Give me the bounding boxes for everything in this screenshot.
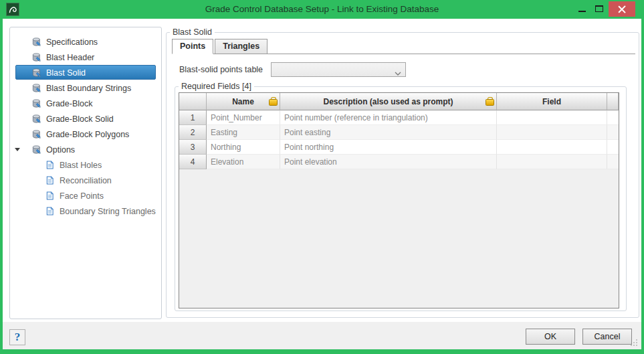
row-number-cell[interactable]: 3 [179, 140, 207, 155]
row-number-cell[interactable]: 4 [179, 155, 207, 169]
sidebar-item-label: Options [46, 145, 75, 155]
sidebar-item[interactable]: Blast Solid [10, 65, 161, 80]
document-icon [45, 206, 55, 216]
sidebar-item-label: Blast Header [46, 53, 94, 62]
tab[interactable]: Points [172, 39, 213, 54]
database-icon [31, 129, 41, 139]
chevron-down-icon [395, 68, 401, 78]
sidebar-item-label: Blast Holes [60, 161, 102, 170]
name-cell[interactable]: Point_Number [207, 110, 280, 125]
sidebar-item[interactable]: Boundary String Triangles [10, 203, 161, 219]
sidebar-item-label: Grade-Block Polygons [46, 130, 129, 139]
points-table-select[interactable] [271, 62, 406, 77]
database-icon [31, 83, 41, 93]
sidebar-item-label: Boundary String Triangles [60, 207, 156, 216]
document-icon [45, 175, 55, 185]
filler-cell [607, 140, 619, 155]
maximize-button[interactable] [591, 0, 607, 17]
sidebar-tree: Specifications [9, 27, 162, 319]
sidebar-item[interactable]: Blast Boundary Strings [10, 80, 161, 96]
database-icon [31, 68, 41, 78]
table-row: 2 Easting Point easting [179, 125, 619, 140]
tabstrip: Points Triangles [172, 39, 635, 54]
table-row: 4 Elevation Point elevation [179, 155, 619, 169]
sidebar-item[interactable]: Grade-Block Solid [10, 111, 161, 126]
points-table-label: Blast-solid points table [179, 62, 263, 77]
ok-button[interactable]: OK [526, 329, 575, 345]
titlebar[interactable]: Grade Control Database Setup - Link to E… [0, 0, 644, 19]
required-fields-group-label: Required Fields [4] [179, 82, 254, 92]
description-cell[interactable]: Point number (reference in triangulation… [280, 110, 497, 125]
blast-solid-group: Blast Solid Points Triangles Blast-solid… [166, 32, 639, 318]
tab-label: Triangles [223, 41, 259, 51]
column-header[interactable]: Description (also used as prompt) [280, 93, 497, 110]
column-header[interactable] [179, 93, 207, 110]
sidebar-item-label: Grade-Block [46, 99, 92, 108]
field-cell[interactable] [497, 140, 607, 155]
dialog-content: Specifications [3, 19, 641, 349]
sidebar-item[interactable]: Grade-Block [10, 96, 161, 111]
window-title: Grade Control Database Setup - Link to E… [0, 0, 644, 19]
column-header[interactable]: Name [207, 93, 280, 110]
column-header-label: Description (also used as prompt) [323, 97, 453, 106]
name-cell[interactable]: Easting [207, 125, 280, 140]
row-number-cell[interactable]: 1 [179, 110, 207, 125]
sidebar-item[interactable]: Blast Holes [10, 157, 161, 173]
required-fields-group: Required Fields [4] Name [175, 86, 627, 311]
footer-bar: ? OK Cancel [3, 322, 641, 349]
sidebar-item[interactable]: Reconciliation [10, 173, 161, 188]
sidebar-item-label: Blast Boundary Strings [46, 84, 131, 93]
dialog-window: Grade Control Database Setup - Link to E… [0, 0, 644, 354]
filler-cell [607, 155, 619, 169]
lock-icon [486, 97, 493, 106]
close-button[interactable] [609, 1, 635, 17]
sidebar-item-label: Reconciliation [60, 176, 112, 185]
description-cell[interactable]: Point elevation [280, 155, 497, 169]
name-cell[interactable]: Elevation [207, 155, 280, 169]
tab-label: Points [180, 41, 205, 51]
sidebar-item[interactable]: Grade-Block Polygons [10, 126, 161, 142]
database-icon [31, 114, 41, 124]
column-header[interactable]: Field [497, 93, 607, 110]
table-header-row: Name Description (also used as prompt) F… [179, 93, 619, 110]
lock-icon [269, 97, 276, 106]
field-cell[interactable] [497, 155, 607, 169]
field-cell[interactable] [497, 110, 607, 125]
document-icon [45, 160, 55, 170]
name-cell[interactable]: Northing [207, 140, 280, 155]
column-header[interactable] [607, 93, 619, 110]
table-row: 3 Northing Point northing [179, 140, 619, 155]
row-number-cell[interactable]: 2 [179, 125, 207, 140]
blast-solid-group-label: Blast Solid [170, 27, 215, 37]
sidebar-item-label: Face Points [60, 191, 104, 201]
filler-cell [607, 110, 619, 125]
database-icon [31, 98, 41, 108]
help-button[interactable]: ? [9, 329, 25, 345]
resize-grip[interactable] [629, 337, 637, 346]
document-icon [45, 191, 55, 201]
minimize-icon [578, 11, 586, 12]
maximize-icon [595, 5, 603, 12]
cancel-button[interactable]: Cancel [582, 329, 632, 345]
database-icon [31, 145, 41, 155]
column-header-label: Name [232, 97, 254, 106]
sidebar-item[interactable]: Face Points [10, 188, 161, 203]
column-header-label: Field [542, 97, 561, 106]
filler-cell [607, 125, 619, 140]
sidebar-item-label: Specifications [46, 37, 98, 47]
field-cell[interactable] [497, 125, 607, 140]
sidebar-item[interactable]: Options [10, 142, 161, 157]
sidebar-item[interactable]: Specifications [10, 34, 161, 50]
chevron-expanded-icon[interactable] [15, 148, 20, 151]
database-icon [31, 52, 41, 62]
table-empty-area [179, 169, 619, 308]
database-icon [31, 37, 41, 47]
sidebar-item[interactable]: Blast Header [10, 50, 161, 65]
close-icon [618, 5, 626, 13]
tab[interactable]: Triangles [215, 39, 267, 54]
description-cell[interactable]: Point easting [280, 125, 497, 140]
required-fields-table: Name Description (also used as prompt) F… [179, 92, 619, 308]
sidebar-item-label: Grade-Block Solid [46, 114, 114, 124]
minimize-button[interactable] [574, 0, 590, 17]
description-cell[interactable]: Point northing [280, 140, 497, 155]
